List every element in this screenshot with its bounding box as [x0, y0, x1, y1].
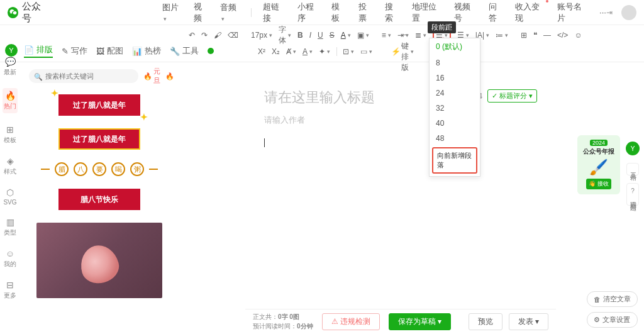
publish-button[interactable]: 发表 ▾	[509, 313, 548, 330]
quote-icon[interactable]: ❝	[533, 31, 537, 40]
title-score-button[interactable]: ✓ 标题评分 ▾	[487, 89, 537, 103]
tab-hot[interactable]: 📊 热榜	[132, 45, 161, 57]
promo-card[interactable]: 2024 公众号年报 🖌️ 👋 接收	[577, 135, 620, 194]
table-icon[interactable]: ⊞	[521, 31, 527, 40]
chat-icon: 💬	[5, 57, 16, 67]
menu-miniprogram[interactable]: 小程序	[297, 1, 321, 24]
export-icon[interactable]: ⇥	[606, 8, 613, 17]
rail-styles[interactable]: ◈样式	[4, 156, 16, 176]
spacing-option-0[interactable]: 0 (默认)	[430, 38, 480, 55]
hr-icon[interactable]: —	[543, 31, 551, 40]
menu-search[interactable]: 搜索	[385, 1, 400, 24]
menu-qa[interactable]: 问答	[489, 1, 504, 24]
feedback-button[interactable]: ?遇到问题	[626, 183, 639, 206]
user-avatar[interactable]	[621, 5, 636, 20]
type-icon: ▥	[6, 217, 14, 227]
font-select[interactable]: 字体	[279, 25, 291, 46]
clear-article-button[interactable]: 🗑 清空文章	[587, 291, 638, 307]
tab-layout[interactable]: 📄 排版	[24, 44, 53, 58]
template-search-input[interactable]	[29, 69, 138, 83]
editor-canvas[interactable]: 54 ✓ 标题评分 ▾ 请在这里输入标题 请输入作者	[245, 63, 556, 309]
menu-revenue[interactable]: 收入变现	[515, 1, 546, 24]
promo-year-badge: 2024	[590, 140, 608, 146]
spacing-option-24[interactable]: 24	[430, 86, 480, 101]
align-icon[interactable]: ≡	[382, 31, 391, 40]
paragraph-spacing-tooltip: 段前距	[428, 21, 456, 33]
app-badge-icon[interactable]: Y	[5, 44, 18, 57]
clear-format-icon[interactable]: ⌫	[228, 31, 238, 40]
letterspacing-icon[interactable]: Ⱥ	[286, 47, 296, 56]
template-item-4[interactable]: 腊八节快乐	[58, 189, 140, 210]
rail-more[interactable]: ⊟更多	[4, 280, 16, 300]
right-badge-icon[interactable]: Y	[626, 142, 640, 155]
spacing-option-48[interactable]: 48	[430, 131, 480, 146]
emoji-icon[interactable]: ☺	[574, 31, 582, 40]
rail-types[interactable]: ▥类型	[4, 217, 16, 237]
menu-card[interactable]: 账号名片	[557, 1, 588, 24]
template-item-2[interactable]: 过了腊八就是年	[58, 128, 140, 150]
bold-icon[interactable]: B	[297, 31, 303, 40]
fire-icon: 🔥	[5, 91, 16, 101]
template-item-5[interactable]	[36, 223, 162, 298]
toolbox-button[interactable]: 工具箱	[626, 163, 639, 175]
save-draft-button[interactable]: 保存为草稿 ▾	[389, 313, 451, 330]
menu-channels[interactable]: 视频号	[454, 1, 477, 24]
superscript-icon[interactable]: X²	[258, 47, 265, 56]
author-placeholder[interactable]: 请输入作者	[264, 114, 537, 126]
filter-newyear[interactable]: 🔥元旦	[143, 67, 160, 86]
article-settings-button[interactable]: ⚙ 文章设置	[587, 312, 638, 328]
code-icon[interactable]: </>	[557, 31, 568, 40]
question-icon: ?	[631, 187, 635, 194]
footer-stats: 正文共：0字 0图 预计阅读时间：0分钟	[253, 313, 313, 331]
add-paragraph-before[interactable]: 向前新增段落	[432, 147, 477, 174]
menu-video[interactable]: 视频	[194, 1, 209, 24]
undo-icon[interactable]: ↶	[189, 31, 195, 40]
italic-icon[interactable]: I	[309, 31, 311, 40]
brush-icon: 🖌️	[580, 159, 618, 176]
specialchar-icon[interactable]: ✦	[319, 47, 330, 56]
violation-check-button[interactable]: ⚠ 违规检测	[322, 313, 380, 330]
redo-icon[interactable]: ↷	[201, 31, 208, 40]
template-item-3[interactable]: 腊 八 要 喝 粥	[41, 162, 158, 176]
menu-image[interactable]: 图片	[162, 2, 182, 23]
menu-hyperlink[interactable]: 超链接	[263, 1, 286, 24]
menu-location[interactable]: 地理位置	[412, 1, 443, 24]
tab-tools[interactable]: 🔧 工具	[170, 45, 199, 57]
spacing-option-40[interactable]: 40	[430, 116, 480, 131]
margin-icon[interactable]: ⊡	[343, 47, 354, 56]
search-icon: 🔍	[34, 73, 43, 81]
brand-logo: 公众号	[8, 1, 49, 25]
underline-icon[interactable]: U	[318, 31, 323, 40]
list-icon[interactable]: ≔	[496, 31, 508, 40]
textcolor-icon[interactable]: A	[341, 31, 351, 40]
rail-svg[interactable]: ⬡SVG	[3, 187, 16, 206]
rail-templates[interactable]: ⊞模板	[4, 125, 16, 145]
paint-icon[interactable]: 🖌	[214, 31, 221, 40]
editor-cursor[interactable]	[264, 138, 265, 147]
spacing-option-16[interactable]: 16	[430, 70, 480, 86]
tab-image[interactable]: 🖼 配图	[96, 45, 123, 57]
style-icon: ◈	[7, 156, 14, 166]
filter-spring[interactable]: 🔥新年	[165, 67, 175, 86]
preview-button[interactable]: 预览	[469, 313, 502, 330]
spacing-option-8[interactable]: 8	[430, 55, 480, 70]
rail-latest[interactable]: 💬最新	[4, 57, 16, 77]
texteffect-icon[interactable]: A	[303, 47, 313, 56]
strike-icon[interactable]: S	[330, 31, 335, 40]
menu-more[interactable]: ···	[599, 8, 606, 17]
border-icon[interactable]: ▭	[360, 47, 372, 56]
tab-write[interactable]: ✎ 写作	[62, 45, 87, 57]
more-icon: ⊟	[6, 280, 14, 290]
bgcolor-icon[interactable]: ▣	[357, 31, 369, 40]
menu-template[interactable]: 模板	[331, 1, 347, 24]
subscript-icon[interactable]: X₂	[272, 47, 280, 56]
menu-vote[interactable]: 投票	[358, 1, 374, 24]
fontsize-select[interactable]: 17px	[251, 31, 272, 40]
lineheight-icon[interactable]: ≣	[415, 31, 426, 40]
template-item-1[interactable]: 过了腊八就是年	[58, 94, 140, 116]
menu-audio[interactable]: 音频	[220, 2, 240, 23]
rail-mine[interactable]: ☺我的	[4, 248, 16, 269]
spacing-option-32[interactable]: 32	[430, 101, 480, 116]
promo-receive-button[interactable]: 👋 接收	[586, 179, 611, 189]
rail-hot[interactable]: 🔥热门	[3, 88, 18, 113]
